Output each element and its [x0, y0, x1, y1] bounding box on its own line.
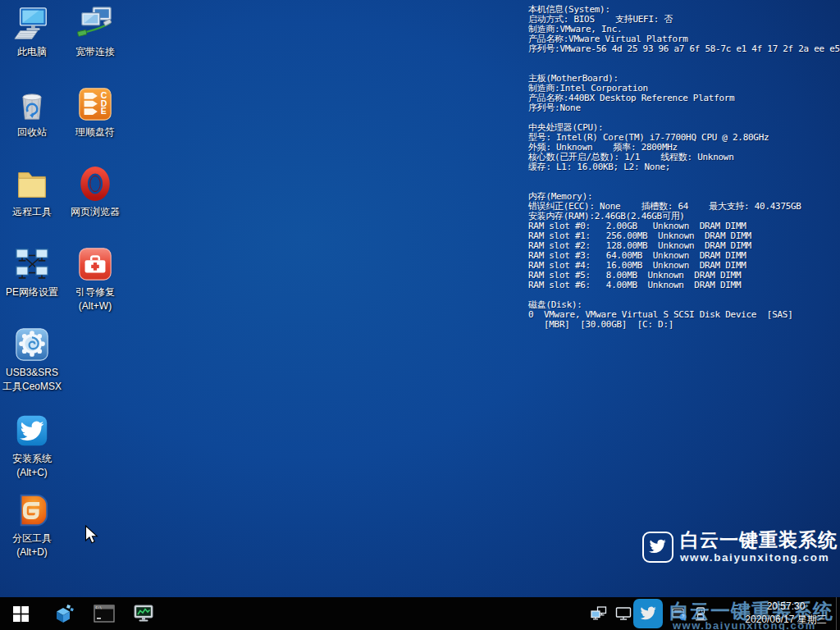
desktop-icon-web-browser[interactable]: 网页浏览器: [63, 165, 127, 219]
broadband-icon: [76, 5, 114, 43]
desktop: { "system_info": { "lines": [ "本机信息(Syst…: [0, 0, 840, 630]
desktop-icon-pe-network[interactable]: PE网络设置: [0, 245, 64, 299]
taskbar-item-registry[interactable]: [45, 597, 83, 630]
folder-icon: [13, 165, 51, 203]
icon-sublabel: (Alt+D): [0, 546, 64, 559]
partition-tool-icon: [13, 491, 51, 529]
cmd-icon: C:\: [94, 605, 115, 623]
svg-text:E: E: [101, 106, 107, 116]
desktop-icon-drive-letters[interactable]: CDE 理顺盘符: [63, 85, 127, 139]
this-pc-icon: [13, 5, 51, 43]
drive-letters-icon: CDE: [76, 85, 114, 123]
mouse-cursor: [84, 525, 99, 549]
brand-watermark: 白云一键重装系统 www.baiyunxitong.com: [642, 529, 838, 564]
icon-label: 网页浏览器: [63, 205, 127, 219]
icon-label: 安装系统: [0, 452, 64, 466]
desktop-icon-partition-tool[interactable]: 分区工具 (Alt+D): [0, 491, 64, 559]
taskbar-item-cmd[interactable]: C:\: [85, 597, 123, 630]
watermark-url: www.baiyunxitong.com: [680, 550, 838, 564]
icon-sublabel: (Alt+C): [0, 466, 64, 480]
install-system-icon: [13, 412, 51, 450]
assistant-tray-icon[interactable]: [693, 606, 708, 625]
desktop-icon-broadband[interactable]: 宽带连接: [63, 5, 127, 59]
registry-cube-icon: [54, 604, 75, 624]
usb-tool-icon: [13, 326, 51, 363]
network-icon: [13, 245, 51, 283]
icon-label: 宽带连接: [63, 45, 127, 59]
start-button[interactable]: [2, 597, 39, 630]
taskbar-item-task-manager[interactable]: [125, 597, 162, 630]
windows-logo-icon: [13, 606, 29, 622]
desktop-icon-boot-repair[interactable]: 引导修复 (Alt+W): [63, 245, 127, 313]
icon-label: USB3&SRS: [0, 366, 64, 380]
show-desktop-button[interactable]: [836, 597, 840, 630]
desktop-icon-remote-tools[interactable]: 远程工具: [0, 165, 64, 219]
task-manager-icon: [133, 604, 154, 623]
desktop-icon-this-pc[interactable]: 此电脑: [0, 5, 64, 59]
icon-label: 此电脑: [0, 45, 64, 59]
icon-label: 理顺盘符: [63, 126, 127, 139]
icon-label: 回收站: [0, 126, 64, 139]
watermark-logo-box: [642, 532, 673, 563]
recycle-bin-icon: [13, 85, 51, 123]
icon-sublabel: (Alt+W): [63, 299, 127, 313]
svg-text:?: ?: [682, 614, 685, 619]
clock-time: 20:57:30: [740, 600, 832, 613]
desktop-icon-install-system[interactable]: 安装系统 (Alt+C): [0, 412, 64, 480]
taskbar-clock[interactable]: 20:57:30 2020/06/17 星期三: [740, 600, 832, 626]
svg-text:C:\: C:\: [96, 605, 103, 609]
display-icon[interactable]: [615, 606, 632, 624]
system-info-text: 本机信息(System): 启动方式: BIOS 支持UEFI: 否 制造商:V…: [528, 5, 840, 330]
icon-sublabel: 工具CeoMSX: [0, 380, 64, 394]
icon-label: 引导修复: [63, 285, 127, 299]
twitter-bird-icon: [648, 537, 668, 557]
watermark-title: 白云一键重装系统: [680, 529, 838, 550]
icon-label: PE网络设置: [0, 285, 64, 299]
icon-label: 远程工具: [0, 205, 64, 219]
desktop-icon-usb3-srs-tool[interactable]: USB3&SRS 工具CeoMSX: [0, 326, 64, 394]
network-status-icon[interactable]: [591, 606, 607, 624]
boot-repair-icon: [76, 245, 114, 283]
unknown-device-icon[interactable]: ?: [671, 606, 687, 625]
desktop-icon-recycle-bin[interactable]: 回收站: [0, 85, 64, 139]
taskbar-watermark-logo: [633, 599, 663, 628]
icon-label: 分区工具: [0, 532, 64, 546]
taskbar: C:\: [0, 597, 840, 630]
opera-browser-icon: [76, 165, 114, 203]
clock-date: 2020/06/17 星期三: [740, 613, 832, 626]
twitter-bird-icon: [639, 605, 658, 623]
